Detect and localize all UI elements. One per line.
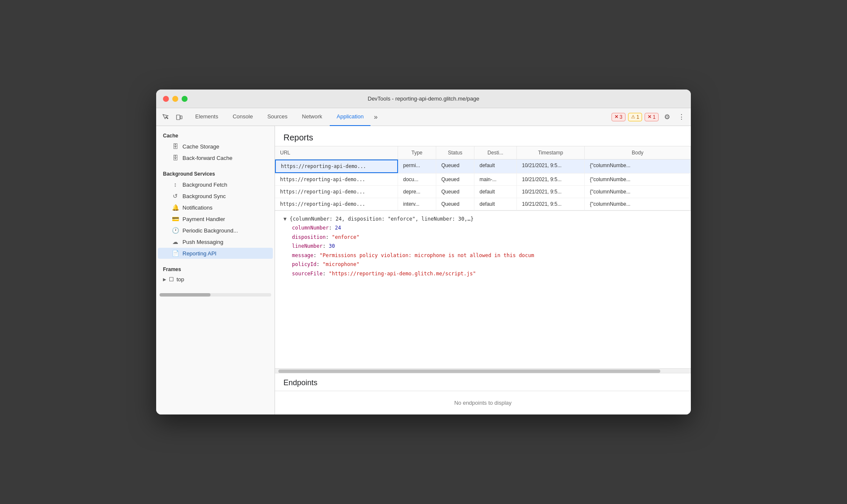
detail-line-sourcefile: sourceFile: "https://reporting-api-demo.… [283,269,682,279]
detail-value-linenumber: 30 [329,243,335,249]
sidebar-item-top-frame[interactable]: ▶ ☐ top [156,274,275,285]
back-forward-icon: 🗄 [171,154,179,161]
detail-line-message: message: "Permissions policy violation: … [283,251,682,260]
endpoints-header: Endpoints [275,373,691,391]
table-cell-timestamp-3: 10/21/2021, 9:5... [517,198,585,210]
sidebar-item-back-forward-label: Back-forward Cache [182,155,233,161]
table-cell-type-2: depre... [398,186,436,198]
minimize-button[interactable] [172,96,178,102]
sidebar-item-cache-storage[interactable]: 🗄 Cache Storage [158,141,273,152]
sidebar: Cache 🗄 Cache Storage 🗄 Back-forward Cac… [156,126,275,414]
notification-icon: 🔔 [171,204,179,211]
endpoints-empty-message: No endpoints to display [275,391,691,414]
detail-value-message: "Permissions policy violation: microphon… [320,252,534,258]
more-options-button[interactable]: ⋮ [676,111,687,123]
table-cell-timestamp-0: 10/21/2021, 9:5... [517,160,585,173]
window-title: DevTools - reporting-api-demo.glitch.me/… [367,95,479,102]
warning-count: 1 [637,114,639,120]
clock-icon: 🕐 [171,227,179,234]
warning-badge[interactable]: ⚠ 1 [628,113,642,121]
database-icon: 🗄 [171,143,179,150]
svg-rect-0 [177,115,180,120]
tab-elements[interactable]: Elements [188,108,225,126]
table-row-0[interactable]: https://reporting-api-demo... permi... Q… [275,160,691,174]
col-header-timestamp: Timestamp [517,146,585,159]
fetch-icon: ↕ [171,181,179,188]
sidebar-item-background-sync[interactable]: ↺ Background Sync [158,190,273,202]
sidebar-item-periodic-label: Periodic Background... [182,227,238,234]
table-cell-url-1: https://reporting-api-demo... [275,174,398,185]
sidebar-item-push-messaging[interactable]: ☁ Push Messaging [158,236,273,247]
scrollbar-thumb [278,370,660,373]
sidebar-item-notifications[interactable]: 🔔 Notifications [158,202,273,213]
sidebar-item-background-fetch-label: Background Fetch [182,182,227,188]
frame-icon: ☐ [169,276,174,283]
expand-triangle[interactable]: ▼ [283,216,289,222]
warning-icon: ⚠ [631,114,635,120]
table-row-2[interactable]: https://reporting-api-demo... depre... Q… [275,186,691,198]
reports-table: URL Type Status Desti... Timestamp Body … [275,146,691,211]
table-cell-status-0: Queued [436,160,474,173]
detail-line-linenumber: lineNumber: 30 [283,242,682,251]
error-icon-1: ✕ [614,114,618,120]
inspect-icon[interactable] [160,111,171,123]
sidebar-item-payment-handler[interactable]: 💳 Payment Handler [158,213,273,224]
table-cell-dest-2: default [474,186,517,198]
endpoints-section: Endpoints No endpoints to display [275,373,691,414]
table-cell-dest-0: default [474,160,517,173]
detail-line-policyid: policyId: "microphone" [283,260,682,269]
table-cell-body-1: {"columnNumbe... [585,174,691,185]
detail-key-linenumber: lineNumber [292,243,323,249]
close-button[interactable] [163,96,169,102]
toolbar-right: ✕ 3 ⚠ 1 ✕ 1 ⚙ ⋮ [611,111,687,123]
more-tabs-button[interactable]: » [371,112,380,123]
tab-network[interactable]: Network [295,108,329,126]
table-cell-url-0: https://reporting-api-demo... [275,160,398,173]
sidebar-item-background-fetch[interactable]: ↕ Background Fetch [158,179,273,190]
sidebar-section-background: Background Services [156,168,275,179]
col-header-url: URL [275,146,398,159]
sidebar-item-notifications-label: Notifications [182,204,213,211]
maximize-button[interactable] [182,96,188,102]
detail-value-policyid: "microphone" [323,261,359,267]
error-badge-2[interactable]: ✕ 1 [645,113,659,121]
device-icon[interactable] [173,111,185,123]
gear-button[interactable]: ⚙ [661,111,673,123]
table-row-3[interactable]: https://reporting-api-demo... interv... … [275,198,691,210]
frames-arrow-icon: ▶ [163,277,166,282]
payment-icon: 💳 [171,216,179,222]
tab-application[interactable]: Application [330,108,370,126]
col-header-status: Status [436,146,474,159]
table-row-1[interactable]: https://reporting-api-demo... docu... Qu… [275,174,691,186]
sidebar-item-background-sync-label: Background Sync [182,193,226,199]
col-header-type: Type [398,146,436,159]
sidebar-scrollbar[interactable] [160,293,271,297]
detail-value-column: 24 [335,225,341,231]
sidebar-item-back-forward-cache[interactable]: 🗄 Back-forward Cache [158,152,273,163]
sidebar-section-frames: Frames [156,263,275,274]
col-header-body: Body [585,146,691,159]
devtools-window: DevTools - reporting-api-demo.glitch.me/… [156,90,691,414]
tab-sources[interactable]: Sources [261,108,294,126]
table-cell-type-1: docu... [398,174,436,185]
detail-line-column: columnNumber: 24 [283,224,682,233]
toolbar: Elements Console Sources Network Applica… [156,108,691,126]
toolbar-icons [160,111,185,123]
detail-key-sourcefile: sourceFile [292,271,323,277]
detail-panel: ▼ {columnNumber: 24, disposition: "enfor… [275,211,691,368]
sidebar-item-top-label: top [177,276,184,283]
sidebar-item-push-label: Push Messaging [182,239,223,245]
detail-key-message: message [292,252,314,258]
table-header: URL Type Status Desti... Timestamp Body [275,146,691,160]
horizontal-scrollbar[interactable] [275,368,691,373]
error-icon-2: ✕ [648,114,651,120]
sidebar-item-periodic-background[interactable]: 🕐 Periodic Background... [158,225,273,236]
titlebar: DevTools - reporting-api-demo.glitch.me/… [156,90,691,108]
tab-console[interactable]: Console [226,108,260,126]
error-count-1: 3 [620,114,623,120]
error-badge-1[interactable]: ✕ 3 [611,113,625,121]
sync-icon: ↺ [171,193,179,199]
detail-header-text: {columnNumber: 24, disposition: "enforce… [289,216,473,222]
svg-rect-1 [180,116,182,119]
sidebar-item-reporting-api[interactable]: 📄 Reporting API [158,248,273,259]
